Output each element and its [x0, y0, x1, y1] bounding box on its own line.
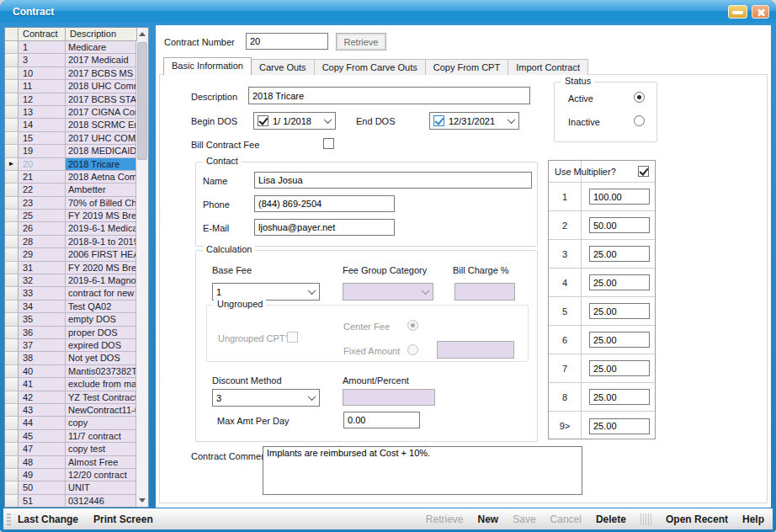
cell-description[interactable]: Not yet DOS: [66, 352, 137, 364]
begin-dos-checkbox[interactable]: [258, 115, 268, 126]
cell-contract[interactable]: 14: [19, 119, 66, 131]
cell-contract[interactable]: 49: [19, 469, 66, 481]
grid-row[interactable]: 40Mantis0237382Te: [5, 365, 137, 378]
grid-row[interactable]: 43NewContract11-6: [5, 404, 137, 417]
cell-description[interactable]: 2018 Aetna Comm: [66, 171, 137, 184]
cell-description[interactable]: Almost Free: [66, 456, 137, 469]
contact-phone-input[interactable]: [254, 195, 395, 212]
grid-row[interactable]: 112018 UHC Comme: [5, 80, 137, 93]
grid-row[interactable]: 36proper DOS: [5, 327, 137, 339]
cell-contract[interactable]: 37: [19, 339, 66, 352]
cell-description[interactable]: Medicare: [66, 41, 137, 54]
grid-row[interactable]: 22Ambetter: [5, 184, 137, 196]
grid-scrollbar[interactable]: [136, 28, 148, 507]
cell-description[interactable]: 2019-6-1 Medicaid: [66, 222, 137, 235]
cell-description[interactable]: NewContract11-6: [66, 404, 137, 417]
minimize-button[interactable]: [728, 5, 747, 19]
cell-description[interactable]: 2018 MEDICAID: [66, 145, 137, 157]
cell-contract[interactable]: 43: [19, 404, 66, 417]
cell-contract[interactable]: 50: [19, 481, 66, 494]
grid-row[interactable]: 34Test QA02: [5, 301, 137, 313]
scroll-thumb[interactable]: [137, 42, 147, 160]
cell-contract[interactable]: 40: [19, 365, 66, 378]
grid-row[interactable]: 132017 CIGNA Comm: [5, 106, 137, 119]
grid-row[interactable]: 41exclude from max: [5, 378, 137, 391]
cell-contract[interactable]: 12: [19, 93, 66, 106]
multiplier-value-input[interactable]: [589, 246, 650, 262]
grid-row[interactable]: 142018 SCRMC Emp: [5, 119, 137, 131]
multiplier-value-input[interactable]: [589, 274, 650, 290]
cell-description[interactable]: copy: [66, 417, 137, 429]
close-button[interactable]: [752, 5, 769, 19]
chevron-down-icon[interactable]: [324, 115, 332, 124]
grid-row[interactable]: 42YZ Test Contract: [5, 391, 137, 404]
base-fee-select[interactable]: 1: [212, 283, 320, 301]
tab-copy-from-carve-outs[interactable]: Copy From Carve Outs: [314, 59, 426, 75]
cell-contract[interactable]: 41: [19, 378, 66, 391]
multiplier-value-input[interactable]: [589, 418, 650, 434]
cell-contract[interactable]: 25: [19, 210, 66, 222]
grid-row[interactable]: 47copy test: [5, 443, 137, 455]
cell-contract[interactable]: 19: [19, 145, 66, 157]
end-dos-picker[interactable]: 12/31/2021: [429, 112, 519, 130]
grid-header-contract[interactable]: Contract: [19, 28, 66, 41]
cell-description[interactable]: YZ Test Contract: [66, 391, 137, 404]
cell-description[interactable]: 2018 UHC Comme: [66, 80, 137, 93]
cell-contract[interactable]: 29: [19, 248, 66, 261]
grid-row[interactable]: 31FY 2020 MS Breas: [5, 262, 137, 274]
chevron-down-icon[interactable]: [508, 115, 516, 124]
last-change-button[interactable]: Last Change: [18, 513, 78, 525]
tab-carve-outs[interactable]: Carve Outs: [251, 59, 315, 75]
max-amt-per-day-input[interactable]: [343, 412, 420, 428]
cell-description[interactable]: FY 2019 MS Breas: [66, 210, 137, 222]
grid-row[interactable]: 25FY 2019 MS Breas: [5, 210, 137, 222]
grid-row[interactable]: 4511/7 contract: [5, 430, 137, 443]
multiplier-value-input[interactable]: [589, 389, 650, 405]
status-active-radio[interactable]: [634, 92, 645, 103]
grid-row[interactable]: 262019-6-1 Medicaid: [5, 222, 137, 235]
cell-description[interactable]: 2017 BCBS STAT: [66, 93, 137, 106]
cell-contract[interactable]: 26: [19, 222, 66, 235]
grid-row[interactable]: 35empty DOS: [5, 313, 137, 326]
cell-description[interactable]: 2017 BCBS MS: [66, 67, 137, 80]
grid-row[interactable]: 44copy: [5, 417, 137, 429]
grid-row[interactable]: 322019-6-1 Magnolia: [5, 274, 137, 287]
end-dos-checkbox[interactable]: [433, 115, 444, 126]
grid-row[interactable]: 212018 Aetna Comm: [5, 171, 137, 184]
grid-row[interactable]: 1Medicare: [5, 41, 137, 54]
cell-description[interactable]: proper DOS: [66, 327, 137, 339]
cell-description[interactable]: exclude from max: [66, 378, 137, 391]
grid-row[interactable]: 33contract for new d: [5, 287, 137, 300]
grid-row[interactable]: 192018 MEDICAID: [5, 145, 137, 157]
help-button[interactable]: Help: [742, 513, 764, 525]
cell-contract[interactable]: 42: [19, 391, 66, 404]
grid-row[interactable]: 50UNIT: [5, 481, 137, 494]
grid-row[interactable]: 32017 Medicaid: [5, 54, 137, 66]
cell-contract[interactable]: 3: [19, 54, 66, 66]
description-input[interactable]: [248, 87, 530, 104]
cell-description[interactable]: FY 2020 MS Breas: [66, 262, 137, 274]
cell-contract[interactable]: 36: [19, 327, 66, 339]
scroll-down-icon[interactable]: [136, 494, 148, 507]
delete-button[interactable]: Delete: [596, 513, 626, 525]
cell-description[interactable]: Mantis0237382Te: [66, 365, 137, 378]
cell-description[interactable]: 2019-6-1 Magnolia: [66, 274, 137, 287]
cell-description[interactable]: 2017 UHC COMM: [66, 132, 137, 145]
cell-description[interactable]: 2017 CIGNA Comm: [66, 106, 137, 119]
begin-dos-picker[interactable]: 1/ 1/2018: [253, 112, 336, 130]
cell-description[interactable]: Test QA02: [66, 301, 137, 313]
chevron-down-icon[interactable]: [308, 286, 316, 295]
print-screen-button[interactable]: Print Screen: [93, 513, 153, 525]
discount-method-select[interactable]: 3: [212, 389, 320, 407]
cell-description[interactable]: expired DOS: [66, 339, 137, 352]
tab-import-contract[interactable]: Import Contract: [508, 59, 588, 75]
grid-row[interactable]: 38Not yet DOS: [5, 352, 137, 364]
cell-contract[interactable]: 20: [19, 158, 66, 171]
cell-contract[interactable]: 51: [19, 495, 66, 507]
grid-row[interactable]: 4912/20 contract: [5, 469, 137, 481]
cell-description[interactable]: copy test: [66, 443, 137, 455]
cell-contract[interactable]: 48: [19, 456, 66, 469]
cell-description[interactable]: UNIT: [66, 481, 137, 494]
retrieve-button[interactable]: Retrieve: [336, 33, 386, 51]
cell-contract[interactable]: 1: [19, 41, 66, 54]
